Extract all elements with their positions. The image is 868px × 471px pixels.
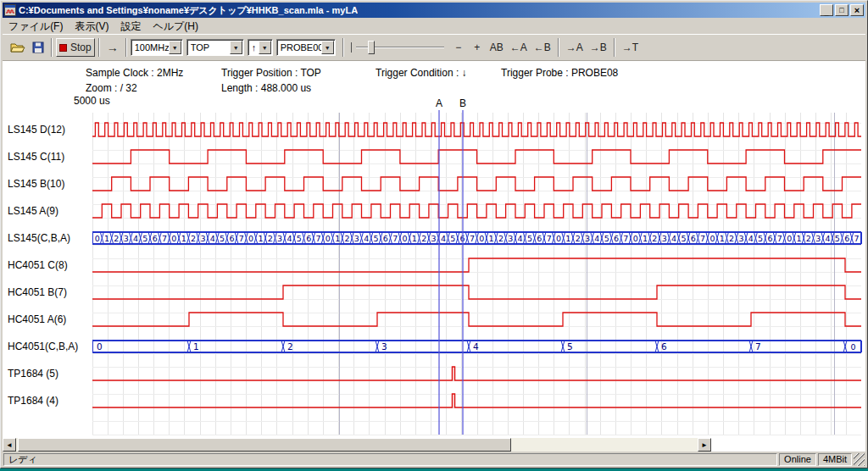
bus-value: 5 bbox=[220, 234, 225, 243]
bus-value: 2 bbox=[287, 341, 293, 352]
bus-value: 7 bbox=[239, 234, 244, 243]
bus-value: 2 bbox=[806, 234, 811, 243]
bus-value: 4 bbox=[364, 234, 369, 243]
menu-help[interactable]: ヘルプ(H) bbox=[147, 19, 204, 35]
sample-clock-select[interactable]: 100MHz ▼ bbox=[131, 39, 183, 56]
dropdown-arrow-icon[interactable]: ▼ bbox=[230, 41, 242, 54]
close-icon: × bbox=[854, 6, 860, 15]
bus-value: 2 bbox=[576, 234, 581, 243]
run-button[interactable]: → bbox=[103, 38, 122, 57]
scroll-thumb[interactable] bbox=[18, 438, 511, 452]
move-b-button[interactable]: →B bbox=[587, 38, 610, 57]
bus-value: 7 bbox=[700, 234, 705, 243]
menu-view[interactable]: 表示(V) bbox=[69, 19, 114, 35]
bus-value: 1 bbox=[412, 234, 417, 243]
menu-file[interactable]: ファイル(F) bbox=[3, 19, 69, 35]
menu-settings[interactable]: 設定 bbox=[114, 19, 147, 35]
bus-value: 7 bbox=[470, 234, 475, 243]
bus-value: 5 bbox=[604, 234, 609, 243]
info-trigger-position: Trigger Position : TOP bbox=[221, 67, 321, 79]
status-memory-text: 4MBit bbox=[823, 454, 847, 464]
bus-value: 0 bbox=[556, 234, 561, 243]
dropdown-arrow-icon[interactable]: ▼ bbox=[321, 41, 334, 54]
probe-select[interactable]: PROBE00 ▼ bbox=[276, 39, 336, 56]
bus-value: 5 bbox=[450, 234, 455, 243]
bus-value: 5 bbox=[142, 234, 147, 243]
move-a-button[interactable]: →A bbox=[563, 38, 587, 57]
bus-value: 0 bbox=[97, 341, 103, 352]
bus-value: 0 bbox=[326, 234, 331, 243]
bus-value: 1 bbox=[181, 234, 186, 243]
toolbar-separator bbox=[51, 38, 53, 57]
scroll-left-button[interactable]: ◄ bbox=[3, 438, 16, 452]
bus-value: 6 bbox=[383, 234, 388, 243]
bus-value: 0 bbox=[171, 234, 176, 243]
save-button[interactable] bbox=[29, 38, 47, 57]
bus-value: 7 bbox=[623, 234, 628, 243]
minimize-button[interactable]: _ bbox=[820, 4, 833, 16]
resize-grip[interactable] bbox=[854, 453, 865, 466]
arrow-glyph: ▼ bbox=[262, 45, 268, 51]
goto-trigger-button[interactable]: →T bbox=[619, 38, 642, 57]
minimize-icon: _ bbox=[824, 9, 828, 17]
zoom-in-button[interactable]: + bbox=[468, 38, 487, 57]
bus-value: 0 bbox=[633, 234, 638, 243]
trigger-position-select[interactable]: TOP ▼ bbox=[186, 39, 244, 56]
marker-label-a: A bbox=[436, 97, 442, 109]
bus-value: 5 bbox=[835, 234, 840, 243]
bus-value: 6 bbox=[661, 341, 667, 352]
bus-value: 4 bbox=[748, 234, 754, 243]
app-icon bbox=[4, 4, 16, 16]
dropdown-arrow-icon[interactable]: ▼ bbox=[259, 41, 271, 54]
bus-value: 4 bbox=[210, 234, 215, 243]
bus-value: 7 bbox=[392, 234, 398, 243]
bus-value: 0 bbox=[248, 234, 253, 243]
channel-label: HC4051(C,B,A) bbox=[8, 340, 78, 353]
status-online-text: Online bbox=[784, 454, 811, 464]
trigger-edge-select[interactable]: ↑ ▼ bbox=[248, 39, 273, 56]
bus-value: 3 bbox=[200, 234, 205, 243]
scroll-right-button[interactable]: ► bbox=[698, 438, 711, 452]
maximize-icon: □ bbox=[839, 7, 843, 14]
info-zoom: Zoom : / 32 bbox=[86, 82, 137, 94]
run-arrow-icon: → bbox=[107, 41, 119, 54]
titlebar[interactable]: C:¥Documents and Settings¥noname¥デスクトップ¥… bbox=[3, 3, 865, 18]
slider-thumb[interactable] bbox=[368, 41, 375, 54]
waveform-plot[interactable]: 0123456701234567012345670123456701234567… bbox=[92, 97, 862, 438]
bus-value: 7 bbox=[547, 234, 552, 243]
info-length: Length : 488.000 us bbox=[221, 82, 311, 94]
channel-label: HC4051 A(6) bbox=[8, 313, 66, 326]
maximize-button[interactable]: □ bbox=[835, 4, 849, 16]
bus-value: 3 bbox=[815, 234, 821, 243]
status-online-badge: Online bbox=[779, 453, 816, 466]
bus-value: 3 bbox=[124, 234, 129, 243]
stop-button[interactable]: Stop bbox=[56, 38, 95, 57]
close-button[interactable]: × bbox=[850, 4, 864, 16]
goto-a-button[interactable]: ←A bbox=[507, 38, 531, 57]
channel-label: LS145 B(10) bbox=[8, 177, 64, 191]
statusbar: レディ Online 4MBit bbox=[3, 452, 865, 468]
bus-value: 7 bbox=[162, 234, 167, 243]
bus-value: 3 bbox=[431, 234, 437, 243]
bus-value: 2 bbox=[498, 234, 504, 243]
window-controls: _ □ × bbox=[820, 4, 864, 16]
dropdown-arrow-icon[interactable]: ▼ bbox=[169, 41, 181, 54]
bus-value: 3 bbox=[381, 341, 387, 352]
arrow-glyph: ▼ bbox=[172, 45, 178, 51]
zoom-slider[interactable] bbox=[351, 38, 446, 57]
bus-value: 1 bbox=[565, 234, 570, 243]
bus-value: 0 bbox=[850, 342, 855, 352]
channel-label: LS145 A(9) bbox=[8, 204, 58, 218]
ab-button[interactable]: AB bbox=[487, 38, 507, 57]
stop-icon bbox=[59, 44, 67, 52]
channel-label: TP1684 (5) bbox=[8, 367, 58, 380]
bus-value: 6 bbox=[767, 234, 772, 243]
bus-value: 0 bbox=[787, 234, 792, 243]
goto-b-button[interactable]: ←B bbox=[531, 38, 554, 57]
horizontal-scrollbar[interactable]: ◄ ► bbox=[3, 438, 711, 452]
bus-value: 3 bbox=[354, 234, 359, 243]
zoom-out-button[interactable]: − bbox=[449, 38, 468, 57]
open-file-button[interactable] bbox=[7, 38, 29, 57]
bus-value: 6 bbox=[537, 234, 542, 243]
info-sample-clock: Sample Clock : 2MHz bbox=[86, 67, 183, 79]
